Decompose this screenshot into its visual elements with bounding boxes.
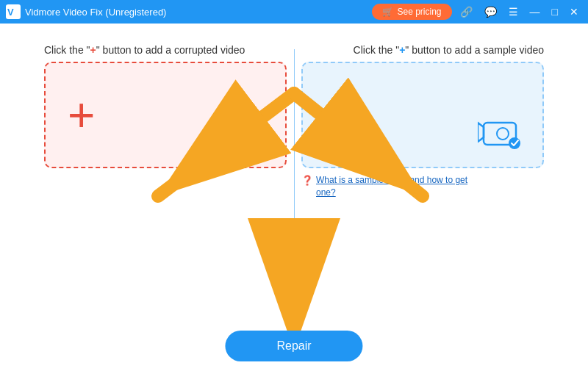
svg-marker-3 — [220, 123, 226, 142]
chat-button[interactable]: 💬 — [481, 4, 501, 19]
sample-help: ❓ What is a sample video and how to get … — [301, 174, 470, 199]
corrupted-camera-icon: ! — [220, 115, 265, 152]
svg-marker-8 — [478, 123, 484, 142]
titlebar: V Vidmore Video Fix (Unregistered) 🛒 See… — [0, 0, 588, 24]
main-content: Click the "+" button to add a corrupted … — [0, 24, 588, 382]
maximize-button[interactable]: □ — [548, 4, 562, 19]
app-title: Vidmore Video Fix (Unregistered) — [25, 7, 166, 18]
close-button[interactable]: ✕ — [566, 4, 582, 19]
sample-help-link[interactable]: What is a sample video and how to get on… — [316, 174, 470, 199]
dropzones-row: + ! + — [0, 56, 588, 199]
corrupted-dropzone[interactable]: + ! — [44, 62, 287, 168]
svg-point-10 — [509, 137, 520, 149]
link-button[interactable]: 🔗 — [456, 4, 476, 19]
titlebar-left: V Vidmore Video Fix (Unregistered) — [6, 4, 166, 19]
corrupted-zone-wrapper: + ! — [44, 62, 287, 199]
menu-button[interactable]: ☰ — [505, 4, 522, 19]
sample-zone-wrapper: + ❓ What is a sample video and how t — [301, 62, 544, 199]
repair-button[interactable]: Repair — [225, 331, 362, 361]
pricing-button[interactable]: 🛒 See pricing — [372, 4, 451, 20]
svg-text:V: V — [7, 7, 14, 18]
plus-red: + — [90, 44, 96, 56]
plus-red-icon: + — [68, 92, 95, 139]
app-icon: V — [6, 4, 21, 19]
sample-camera-icon — [478, 115, 522, 152]
sample-dropzone[interactable]: + — [301, 62, 544, 168]
cart-icon: 🛒 — [382, 7, 393, 17]
svg-point-4 — [240, 128, 251, 140]
pricing-label: See pricing — [397, 7, 441, 17]
svg-text:!: ! — [256, 140, 259, 148]
sample-instruction: Click the "+" button to add a sample vid… — [354, 44, 544, 56]
plus-blue-icon: + — [325, 92, 352, 139]
corrupted-instruction: Click the "+" button to add a corrupted … — [44, 44, 245, 56]
plus-blue: + — [399, 44, 405, 56]
instructions-row: Click the "+" button to add a corrupted … — [0, 24, 588, 56]
minimize-button[interactable]: — — [526, 4, 544, 19]
help-icon: ❓ — [301, 175, 313, 186]
svg-point-9 — [497, 128, 509, 140]
titlebar-right: 🛒 See pricing 🔗 💬 ☰ — □ ✕ — [372, 4, 582, 20]
